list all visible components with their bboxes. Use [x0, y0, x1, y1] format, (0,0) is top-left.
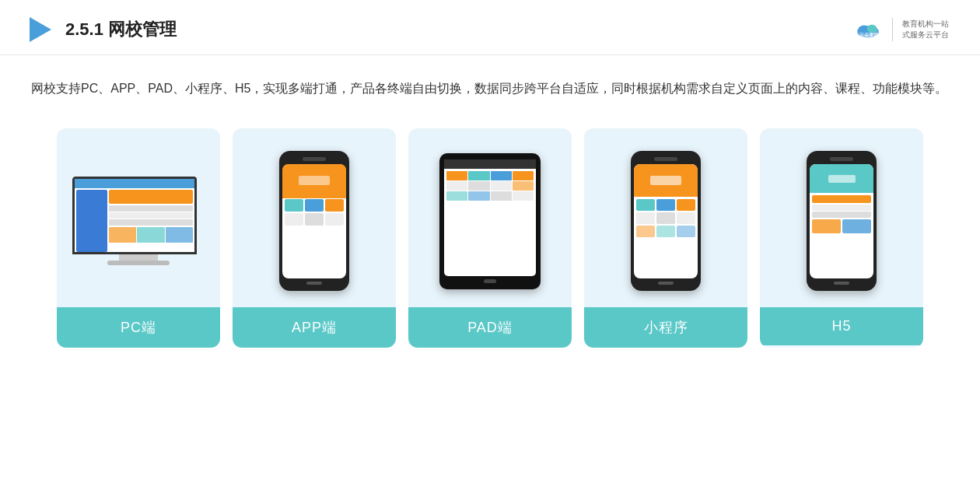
phone-home-h5 [834, 282, 849, 285]
header-left: 2.5.1 网校管理 [23, 14, 177, 45]
phone-mockup-mini [631, 151, 701, 291]
phone-notch-app [303, 157, 326, 161]
tablet-home [484, 279, 496, 283]
logo-divider [892, 18, 893, 41]
card-pad: PAD端 [408, 128, 572, 348]
app-screen-content [282, 164, 346, 278]
tablet-mockup [439, 153, 541, 289]
pc-screen-content [75, 179, 194, 252]
card-pc: PC端 [57, 128, 220, 348]
card-miniprogram-image [584, 128, 747, 307]
phone-mockup-app [279, 151, 349, 291]
card-app: APP端 [233, 128, 396, 348]
card-h5-image [760, 128, 923, 307]
phone-screen-mini [634, 164, 698, 278]
phone-notch-mini [654, 157, 677, 161]
pc-mockup [72, 177, 205, 265]
pc-screen [72, 177, 197, 254]
card-pc-image [57, 128, 220, 307]
card-miniprogram-label: 小程序 [584, 307, 747, 348]
logo-tagline: 教育机构一站 式服务云平台 [902, 19, 949, 40]
pc-stand [119, 254, 158, 261]
phone-home-app [306, 282, 322, 285]
logo-area: 云朵课堂 教育机构一站 式服务云平台 [853, 18, 949, 41]
phone-screen-h5 [810, 164, 873, 278]
pc-base [107, 261, 170, 265]
cards-container: PC端 [0, 113, 980, 363]
card-pc-label: PC端 [57, 307, 220, 348]
card-pad-image [408, 128, 572, 307]
card-h5-label: H5 [760, 307, 923, 345]
page-header: 2.5.1 网校管理 云朵课堂 教育机构一站 式服务云平台 [0, 0, 980, 55]
card-pad-label: PAD端 [408, 307, 572, 348]
svg-text:云朵课堂: 云朵课堂 [859, 32, 878, 37]
cloud-logo: 云朵课堂 教育机构一站 式服务云平台 [853, 18, 949, 41]
cloud-icon: 云朵课堂 [853, 18, 883, 41]
svg-marker-0 [30, 17, 51, 42]
card-app-label: APP端 [233, 307, 396, 348]
phone-mockup-h5 [807, 151, 877, 291]
phone-screen-app [282, 164, 346, 278]
svg-point-3 [867, 25, 877, 33]
description-text: 网校支持PC、APP、PAD、小程序、H5，实现多端打通，产品各终端自由切换，数… [0, 55, 980, 113]
phone-home-mini [658, 282, 674, 285]
page-title: 2.5.1 网校管理 [65, 18, 177, 41]
card-miniprogram: 小程序 [584, 128, 747, 348]
phone-notch-h5 [830, 157, 853, 161]
card-h5: H5 [760, 128, 923, 348]
play-icon [23, 14, 54, 45]
card-app-image [233, 128, 396, 307]
tablet-screen [444, 159, 536, 276]
